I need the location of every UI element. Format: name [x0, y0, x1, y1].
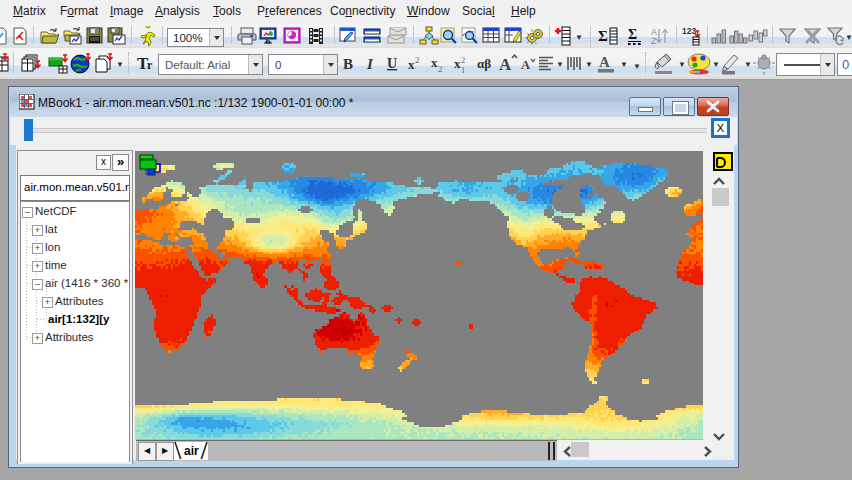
svg-text:Z: Z — [651, 36, 657, 46]
svg-text:Σ: Σ — [598, 28, 608, 44]
svg-text:αβ: αβ — [477, 56, 491, 71]
svg-text:A: A — [499, 55, 512, 74]
svg-text:U: U — [387, 56, 397, 71]
svg-text:x: x — [431, 55, 438, 70]
svg-text:B: B — [343, 56, 353, 72]
svg-text:123: 123 — [682, 26, 696, 36]
svg-text:2: 2 — [461, 55, 465, 65]
svg-text:r: r — [147, 58, 153, 72]
svg-text:A: A — [521, 58, 530, 72]
svg-text:I: I — [366, 56, 374, 72]
svg-text:1: 1 — [461, 65, 465, 74]
svg-text:2: 2 — [415, 55, 420, 65]
svg-text:Σ: Σ — [628, 27, 637, 42]
svg-text:A: A — [599, 54, 610, 70]
svg-text:x: x — [454, 56, 461, 71]
svg-text:2: 2 — [438, 64, 443, 74]
svg-text:x: x — [408, 57, 415, 72]
